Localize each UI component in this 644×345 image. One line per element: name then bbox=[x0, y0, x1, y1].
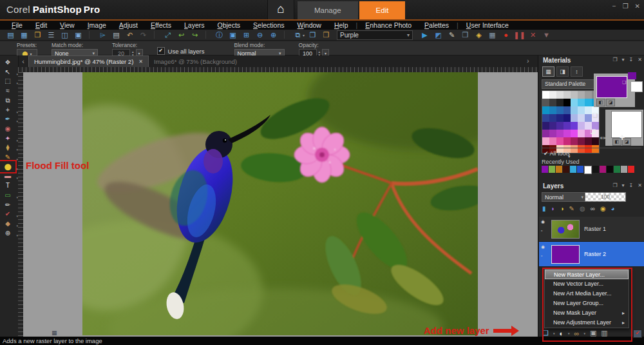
swatch-r5c6[interactable] bbox=[578, 122, 585, 130]
swatch-r4c5[interactable] bbox=[571, 114, 578, 122]
paint-brush-tool[interactable]: ✎▾ bbox=[1, 153, 14, 161]
all-tools-toggle[interactable]: ✔ All tools bbox=[544, 150, 570, 157]
frame-view-tab[interactable]: ▦ bbox=[542, 66, 554, 77]
menu-help[interactable]: Help bbox=[328, 21, 355, 29]
save-script-icon[interactable]: ▼ bbox=[540, 30, 553, 40]
record-script-icon[interactable]: ● bbox=[499, 30, 513, 40]
swatch-r7c5[interactable] bbox=[571, 137, 578, 145]
foreground-style-button[interactable]: ◧ bbox=[596, 99, 605, 106]
open-folder-icon[interactable]: ❒ bbox=[319, 30, 333, 40]
run-script-icon[interactable]: ▶ bbox=[418, 30, 431, 40]
canvas-image[interactable] bbox=[82, 72, 478, 335]
edit-selection-icon[interactable]: ▮ bbox=[542, 205, 546, 212]
menu-user-interface[interactable]: User Interface bbox=[460, 21, 515, 29]
swatch-r2c4[interactable] bbox=[564, 99, 571, 106]
swap-materials-icon[interactable]: ❏ bbox=[592, 112, 598, 119]
home-button[interactable]: ⌂ bbox=[267, 0, 294, 19]
shape-tool[interactable]: ▭▾ bbox=[1, 191, 14, 199]
menu-layers[interactable]: Layers bbox=[178, 21, 211, 29]
swatch-r7c4[interactable] bbox=[564, 137, 571, 145]
foreground-property-swatch[interactable] bbox=[628, 72, 636, 79]
swatch-r2c5[interactable] bbox=[571, 99, 578, 106]
document-tab-inactive[interactable]: Image6* @ 73% (Background) bbox=[149, 56, 242, 67]
script-preset-select[interactable]: Purple▾ bbox=[337, 30, 413, 40]
tab-scroll-right-icon[interactable]: › bbox=[527, 57, 529, 64]
recent-color-11[interactable] bbox=[614, 166, 620, 173]
use-all-layers-checkbox[interactable]: ✔ bbox=[157, 47, 165, 55]
panel-pin-icon[interactable]: ↧ bbox=[629, 57, 634, 63]
swatch-r1c3[interactable] bbox=[556, 91, 564, 99]
swatch-r1c7[interactable] bbox=[585, 91, 592, 99]
menu-file[interactable]: File bbox=[5, 21, 29, 29]
menu-selections[interactable]: Selections bbox=[247, 21, 290, 29]
pick-tool[interactable]: ↖▾ bbox=[1, 68, 14, 76]
recent-color-12[interactable] bbox=[621, 166, 627, 173]
swatch-r1c5[interactable] bbox=[571, 91, 578, 99]
pause-script-icon[interactable]: ❚❚ bbox=[513, 30, 526, 40]
swatch-r4c7[interactable] bbox=[585, 114, 592, 122]
background-property-swatch[interactable] bbox=[630, 81, 643, 92]
dropper-tool[interactable]: ✒▾ bbox=[1, 115, 14, 123]
panel-maximize-icon[interactable]: ❐ bbox=[612, 182, 617, 188]
visibility-toggle-button-dropdown[interactable]: ▾ bbox=[583, 331, 585, 335]
swatch-r7c7[interactable] bbox=[585, 137, 592, 145]
pan-tool[interactable]: ❖ bbox=[1, 58, 14, 66]
save-as-icon[interactable]: ▣ bbox=[71, 30, 85, 40]
fit-image-icon[interactable]: ▣ bbox=[226, 30, 240, 40]
menu-item-new-art-media-layer[interactable]: New Art Media Layer... bbox=[545, 289, 629, 299]
layer-blend-mode-select[interactable]: Normal ▾ bbox=[542, 192, 587, 202]
panel-menu-icon[interactable]: ▾ bbox=[622, 57, 625, 63]
swatch-r1c1[interactable] bbox=[542, 91, 549, 99]
menu-window[interactable]: Window bbox=[291, 21, 328, 29]
menu-edit[interactable]: Edit bbox=[29, 21, 53, 29]
visibility-toggle-button[interactable]: ∞ bbox=[574, 330, 580, 337]
copy-special-icon-dropdown[interactable]: ▾ bbox=[303, 33, 305, 37]
recent-color-10[interactable] bbox=[607, 166, 613, 173]
text-tool[interactable]: T bbox=[1, 181, 14, 190]
swatch-r8c7[interactable] bbox=[585, 145, 592, 153]
swatch-r8c8[interactable] bbox=[592, 145, 599, 153]
fit-window-icon[interactable]: ⊞ bbox=[240, 30, 253, 40]
info-icon[interactable]: ⓘ bbox=[213, 30, 226, 40]
resize-icon[interactable]: ⤢ bbox=[161, 30, 175, 40]
add-color-icon[interactable]: + bbox=[620, 132, 625, 143]
swatch-r6c2[interactable] bbox=[549, 130, 556, 137]
recent-color-6[interactable] bbox=[577, 166, 583, 173]
swatch-r1c6[interactable] bbox=[578, 91, 585, 99]
layer-thumbnail[interactable] bbox=[551, 245, 580, 264]
organizer-toggle-icon[interactable]: ▦ bbox=[52, 330, 57, 336]
recent-color-13[interactable] bbox=[628, 166, 634, 173]
menu-view[interactable]: View bbox=[53, 21, 81, 29]
black-white-reset-icon[interactable]: ◪ bbox=[590, 128, 596, 135]
save-icon[interactable]: ◫ bbox=[58, 30, 71, 40]
swatch-r7c8[interactable] bbox=[592, 137, 599, 145]
swatch-r4c6[interactable] bbox=[578, 114, 585, 122]
layer-row-raster-1[interactable]: ◉▫Raster 1 bbox=[539, 217, 644, 242]
menu-item-new-mask-layer[interactable]: New Mask Layer▸ bbox=[545, 308, 629, 318]
swatch-r3c5[interactable] bbox=[571, 106, 578, 114]
adjustment-icon[interactable]: ◑ bbox=[560, 205, 564, 212]
rainbow-view-tab[interactable]: ◨ bbox=[556, 66, 569, 77]
zoom-out-icon[interactable]: ⊖ bbox=[253, 30, 267, 40]
menu-palettes[interactable]: Palettes bbox=[418, 21, 455, 29]
recent-color-3[interactable] bbox=[556, 166, 562, 173]
swatch-r6c1[interactable] bbox=[542, 130, 549, 137]
mode-tab-edit[interactable]: Edit bbox=[359, 1, 406, 19]
layer-thumbnail[interactable] bbox=[551, 220, 580, 239]
menu-objects[interactable]: Objects bbox=[211, 21, 247, 29]
swatch-r2c1[interactable] bbox=[542, 99, 549, 106]
recent-color-5[interactable] bbox=[570, 166, 576, 173]
redo-icon[interactable]: ↷ bbox=[137, 30, 150, 40]
swatch-r7c2[interactable] bbox=[549, 137, 556, 145]
red-eye-tool[interactable]: ◉ bbox=[1, 124, 14, 133]
open-icon[interactable]: ❒ bbox=[31, 30, 44, 40]
swatch-r5c5[interactable] bbox=[571, 122, 578, 130]
tab-close-icon[interactable]: ✕ bbox=[138, 56, 143, 67]
script-output-icon[interactable]: ▦ bbox=[486, 30, 499, 40]
swap-properties-icon[interactable]: ❏ bbox=[622, 80, 626, 85]
menu-effects[interactable]: Effects bbox=[144, 21, 178, 29]
mode-tab-manage[interactable]: Manage bbox=[298, 1, 358, 19]
run-interactive-icon[interactable]: ◩ bbox=[431, 30, 445, 40]
edit-selection-toggle-icon[interactable]: ✔ bbox=[633, 330, 642, 338]
eraser-tool[interactable]: ▬▾ bbox=[1, 172, 14, 180]
